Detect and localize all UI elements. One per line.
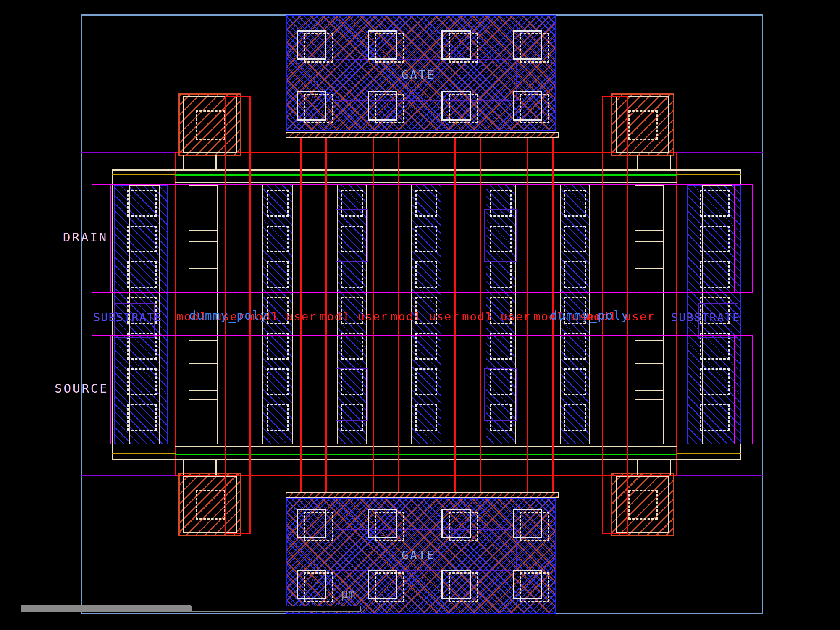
dummy-poly-label[interactable]: dummy_poly	[189, 309, 315, 323]
ruler-bar-outline[interactable]	[191, 606, 361, 612]
dummy-poly-label[interactable]: dummy_poly	[550, 309, 676, 323]
ruler-bar-solid[interactable]	[21, 605, 191, 612]
unit-label: µm	[341, 587, 355, 601]
layout-editor-canvas[interactable]: DRAIN SOURCE SUBSTRATE SUBSTRATE GATE GA…	[0, 0, 840, 630]
